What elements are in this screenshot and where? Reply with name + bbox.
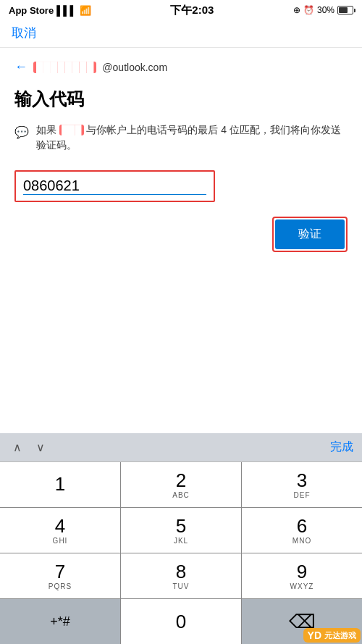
email-row: ← ████████ @outlook.com (14, 59, 348, 75)
nav-bar: 取消 (0, 20, 362, 47)
battery-label: 30% (317, 5, 334, 15)
keyboard-toolbar: ∧ ∨ 完成 (0, 433, 362, 462)
info-highlight: ███ (59, 125, 84, 135)
key-7[interactable]: 7 PQRS (0, 553, 120, 598)
location-icon: ⊕ (293, 5, 300, 15)
cancel-button[interactable]: 取消 (12, 26, 36, 40)
key-8[interactable]: 8 TUV (121, 553, 241, 598)
back-button[interactable]: ← (14, 59, 28, 75)
numpad: 1 2 ABC 3 DEF 4 GHI 5 JKL 6 MNO 7 PQRS (0, 462, 362, 644)
code-input-container (14, 170, 215, 202)
status-right: ⊕ ⏰ 30% (293, 5, 353, 15)
next-arrow-button[interactable]: ∨ (32, 438, 49, 457)
key-0[interactable]: 0 (121, 599, 241, 644)
chat-icon: 💬 (14, 124, 29, 141)
done-button[interactable]: 完成 (330, 440, 353, 455)
wifi-icon: 📶 (80, 5, 91, 16)
verify-button[interactable]: 验证 (275, 219, 345, 249)
key-3[interactable]: 3 DEF (242, 462, 362, 507)
code-input[interactable] (23, 177, 206, 195)
watermark-logo: YD (308, 630, 321, 641)
email-highlight: ████████ (33, 62, 96, 73)
verify-btn-row: 验证 (14, 217, 348, 252)
key-5[interactable]: 5 JKL (121, 508, 241, 553)
status-time: 下午2:03 (170, 4, 214, 17)
watermark: YD 元达游戏 (303, 628, 361, 643)
main-content: ← ████████ @outlook.com 输入代码 💬 如果 ███ 与你… (0, 47, 362, 271)
signal-icon: ▌▌▌ (56, 5, 77, 16)
key-symbols[interactable]: +*# (0, 599, 120, 644)
keyboard-area: ∧ ∨ 完成 1 2 ABC 3 DEF 4 GHI 5 JKL 6 MN (0, 433, 362, 644)
key-4[interactable]: 4 GHI (0, 508, 120, 553)
battery-icon (337, 6, 353, 14)
status-bar: App Store ▌▌▌ 📶 下午2:03 ⊕ ⏰ 30% (0, 0, 362, 20)
key-6[interactable]: 6 MNO (242, 508, 362, 553)
info-box: 💬 如果 ███ 与你帐户上的电话号码的最后 4 位匹配，我们将向你发送验证码。 (14, 122, 348, 153)
app-store-label: App Store (9, 5, 54, 16)
key-2[interactable]: 2 ABC (121, 462, 241, 507)
email-text: @outlook.com (102, 62, 167, 73)
key-1[interactable]: 1 (0, 462, 120, 507)
status-left: App Store ▌▌▌ 📶 (9, 5, 91, 16)
verify-btn-wrapper: 验证 (272, 217, 348, 252)
prev-arrow-button[interactable]: ∧ (9, 438, 26, 457)
key-9[interactable]: 9 WXYZ (242, 553, 362, 598)
alarm-icon: ⏰ (303, 5, 314, 15)
watermark-text: 元达游戏 (324, 630, 356, 641)
info-text: 如果 ███ 与你帐户上的电话号码的最后 4 位匹配，我们将向你发送验证码。 (36, 122, 348, 153)
page-title: 输入代码 (14, 88, 348, 111)
toolbar-arrows: ∧ ∨ (9, 438, 49, 457)
